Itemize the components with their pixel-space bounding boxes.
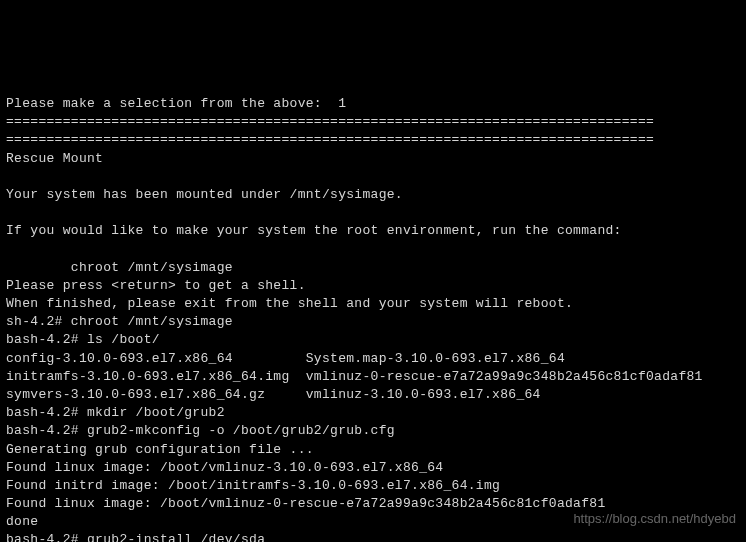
- terminal-line: Found linux image: /boot/vmlinuz-3.10.0-…: [6, 460, 443, 475]
- terminal-line: Rescue Mount: [6, 151, 103, 166]
- terminal-line: Please make a selection from the above: …: [6, 96, 346, 111]
- terminal-line: When finished, please exit from the shel…: [6, 296, 573, 311]
- terminal-line: symvers-3.10.0-693.el7.x86_64.gz vmlinuz…: [6, 387, 541, 402]
- terminal-line: bash-4.2# grub2-mkconfig -o /boot/grub2/…: [6, 423, 395, 438]
- terminal-line: bash-4.2# ls /boot/: [6, 332, 160, 347]
- terminal-line: Please press <return> to get a shell.: [6, 278, 306, 293]
- terminal-line: If you would like to make your system th…: [6, 223, 622, 238]
- terminal-line: initramfs-3.10.0-693.el7.x86_64.img vmli…: [6, 369, 703, 384]
- terminal-output[interactable]: Please make a selection from the above: …: [6, 77, 740, 542]
- watermark-text: https://blog.csdn.net/hdyebd: [573, 510, 736, 528]
- terminal-line: ========================================…: [6, 132, 654, 147]
- terminal-line: done: [6, 514, 38, 529]
- terminal-line: ========================================…: [6, 114, 654, 129]
- terminal-line: Found initrd image: /boot/initramfs-3.10…: [6, 478, 500, 493]
- terminal-line: sh-4.2# chroot /mnt/sysimage: [6, 314, 233, 329]
- terminal-line: bash-4.2# mkdir /boot/grub2: [6, 405, 225, 420]
- terminal-line: config-3.10.0-693.el7.x86_64 System.map-…: [6, 351, 565, 366]
- terminal-line: bash-4.2# grub2-install /dev/sda: [6, 532, 265, 542]
- terminal-line: Generating grub configuration file ...: [6, 442, 314, 457]
- terminal-line: Your system has been mounted under /mnt/…: [6, 187, 403, 202]
- terminal-line: Found linux image: /boot/vmlinuz-0-rescu…: [6, 496, 606, 511]
- terminal-line: chroot /mnt/sysimage: [6, 260, 233, 275]
